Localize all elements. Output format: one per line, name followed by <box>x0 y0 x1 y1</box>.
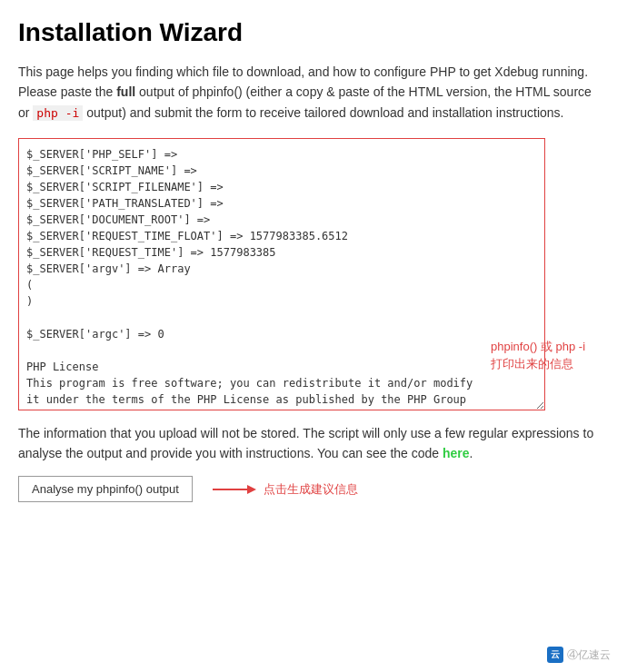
intro-code: php -i <box>33 105 83 121</box>
intro-text-end: output) and submit the form to receive t… <box>83 105 563 120</box>
phpinfo-textarea[interactable] <box>18 138 545 410</box>
intro-bold-word: full <box>116 84 135 99</box>
bottom-text-before-link: The information that you upload will not… <box>18 426 593 460</box>
textarea-wrapper: phpinfo() 或 php -i 打印出来的信息 <box>18 138 600 410</box>
phpinfo-annotation: phpinfo() 或 php -i 打印出来的信息 <box>491 338 600 373</box>
watermark: 云 ④亿速云 <box>547 647 611 663</box>
analyse-button[interactable]: Analyse my phpinfo() output <box>18 476 193 502</box>
bottom-paragraph: The information that you upload will not… <box>18 423 600 464</box>
arrow-icon <box>211 480 256 499</box>
button-annotation: 点击生成建议信息 <box>211 480 358 499</box>
button-row: Analyse my phpinfo() output 点击生成建议信息 <box>18 476 600 502</box>
bottom-text-after-link: . <box>470 446 473 460</box>
watermark-icon: 云 <box>547 647 563 663</box>
here-link[interactable]: here <box>443 446 470 460</box>
watermark-text: ④亿速云 <box>567 647 611 663</box>
intro-paragraph: This page helps you finding which file t… <box>18 62 600 124</box>
svg-marker-1 <box>247 485 256 494</box>
phpinfo-annotation-line2: 打印出来的信息 <box>491 357 573 371</box>
phpinfo-annotation-line1: phpinfo() 或 php -i <box>491 340 585 353</box>
page-title: Installation Wizard <box>18 18 600 47</box>
button-annotation-text: 点击生成建议信息 <box>264 481 358 498</box>
